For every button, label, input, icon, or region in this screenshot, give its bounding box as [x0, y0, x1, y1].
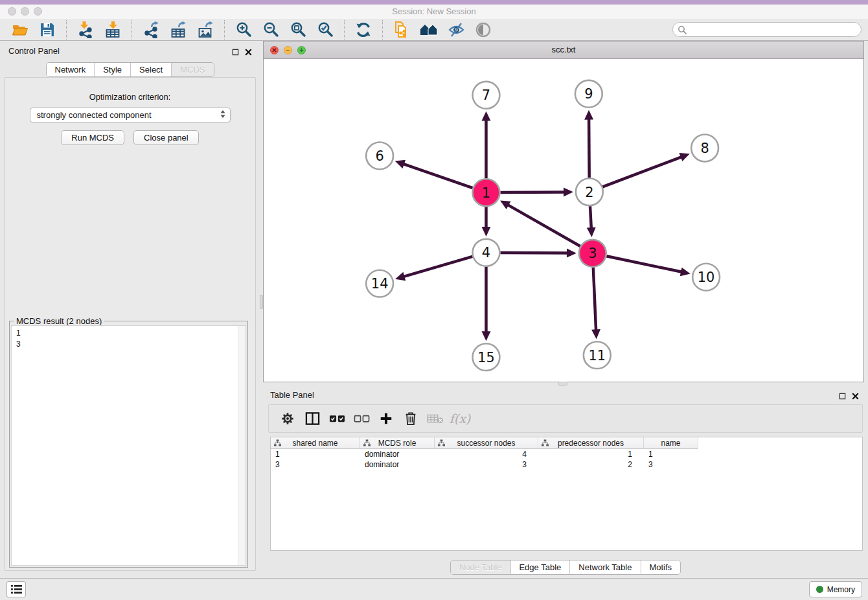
column-header-successor-nodes[interactable]: successor nodes: [435, 437, 538, 449]
edge-4-14[interactable]: [403, 257, 473, 277]
float-panel-icon[interactable]: [839, 391, 846, 402]
node-label-11: 11: [588, 348, 606, 363]
tab-mcds[interactable]: MCDS: [171, 63, 213, 76]
node-label-15: 15: [477, 350, 495, 365]
network-document-icon[interactable]: [392, 20, 411, 40]
search-input[interactable]: [690, 25, 861, 34]
mcds-panel: Optimization criterion: strongly connect…: [4, 77, 256, 571]
node-label-8: 8: [700, 141, 709, 156]
list-icon: [10, 584, 23, 594]
zoom-selected-icon[interactable]: [315, 20, 335, 40]
close-panel-icon[interactable]: [245, 47, 252, 58]
column-header-predecessor-nodes[interactable]: predecessor nodes: [538, 437, 644, 449]
toolbar-separator: [131, 20, 132, 40]
tab-edge-table[interactable]: Edge Table: [510, 560, 569, 574]
network-view-window: ✕ − + scc.txt 7968124314101511: [263, 41, 864, 382]
add-icon[interactable]: [375, 408, 397, 429]
edge-arrowhead: [584, 110, 593, 120]
network-window-titlebar[interactable]: ✕ − + scc.txt: [264, 41, 863, 59]
export-image-icon[interactable]: [196, 20, 215, 40]
edge-3-1[interactable]: [507, 204, 580, 246]
optimization-criterion-label: Optimization criterion:: [5, 92, 255, 102]
edge-2-8[interactable]: [602, 157, 682, 187]
table-panel-title: Table Panel: [270, 390, 314, 400]
tab-network[interactable]: Network: [46, 63, 94, 76]
edge-1-6[interactable]: [402, 163, 473, 188]
tab-style[interactable]: Style: [94, 63, 130, 76]
edge-arrowhead: [482, 227, 491, 237]
tab-select[interactable]: Select: [130, 63, 171, 76]
column-header-mcds-role[interactable]: MCDS role: [360, 437, 435, 449]
column-header-name[interactable]: name: [644, 437, 698, 449]
mcds-result-item: 1: [12, 326, 246, 339]
table-cell: 3: [644, 459, 698, 470]
edge-arrowhead: [567, 249, 577, 258]
column-header-shared-name[interactable]: shared name: [271, 437, 360, 449]
tab-network-table[interactable]: Network Table: [569, 560, 640, 574]
edge-arrowhead: [482, 111, 491, 121]
table-row[interactable]: 1dominator411: [271, 449, 862, 459]
open-file-icon[interactable]: [10, 20, 30, 40]
edge-3-10[interactable]: [606, 256, 683, 272]
close-panel-icon[interactable]: [852, 391, 859, 402]
search-box[interactable]: [672, 22, 862, 37]
tab-motifs[interactable]: Motifs: [640, 560, 680, 574]
titlebar: Session: New Session: [0, 5, 868, 19]
tab-node-table[interactable]: Node Table: [451, 560, 510, 574]
export-table-icon[interactable]: [168, 20, 188, 40]
edge-1-2[interactable]: [500, 192, 565, 192]
task-history-button[interactable]: [6, 581, 26, 597]
edge-2-3[interactable]: [590, 206, 591, 229]
node-label-14: 14: [371, 276, 389, 292]
optimization-dropdown[interactable]: strongly connected component: [30, 108, 231, 122]
result-scrollbar[interactable]: [238, 326, 246, 565]
mcds-result-list[interactable]: 13: [11, 325, 246, 566]
zoom-fit-icon[interactable]: [288, 20, 308, 40]
control-panel-tabs: NetworkStyleSelectMCDS: [45, 62, 214, 77]
toolbar-separator: [224, 20, 225, 40]
mcds-result-title: MCDS result (2 nodes): [14, 316, 104, 326]
table-cell: 1: [271, 449, 360, 459]
node-label-9: 9: [584, 86, 593, 102]
memory-button[interactable]: Memory: [809, 581, 862, 597]
delete-icon[interactable]: [400, 408, 422, 429]
import-network-icon[interactable]: [76, 20, 95, 40]
save-session-icon[interactable]: [38, 20, 57, 40]
table-cell: 1: [538, 449, 644, 459]
import-table-icon[interactable]: [103, 20, 122, 40]
mcds-result-item: 3: [12, 339, 246, 350]
horizontal-splitter-grip[interactable]: [558, 382, 567, 386]
birdseye-view-icon[interactable]: [474, 20, 493, 40]
edge-3-11[interactable]: [593, 268, 596, 332]
zoom-out-icon[interactable]: [261, 20, 280, 40]
split-view-icon[interactable]: [301, 408, 323, 429]
function-builder-icon[interactable]: f(x): [449, 408, 471, 429]
apply-layout-icon[interactable]: [354, 20, 373, 40]
window-title: Session: New Session: [0, 6, 868, 16]
gear-icon[interactable]: [277, 408, 299, 429]
zoom-in-icon[interactable]: [234, 20, 253, 40]
toolbar-separator: [382, 20, 383, 40]
home-icon[interactable]: [419, 20, 439, 40]
node-table: shared nameMCDS rolesuccessor nodesprede…: [270, 437, 863, 551]
hide-details-icon[interactable]: [446, 20, 466, 40]
table-panel: Table Panel: [263, 386, 868, 577]
float-panel-icon[interactable]: [232, 47, 239, 58]
edge-4-3[interactable]: [500, 253, 569, 253]
edge-arrowhead: [395, 272, 405, 281]
table-row[interactable]: 3dominator323: [271, 459, 862, 470]
export-network-icon[interactable]: [141, 20, 161, 40]
node-label-1: 1: [482, 185, 490, 201]
network-canvas[interactable]: 7968124314101511: [264, 59, 863, 382]
table-cell: dominator: [360, 449, 435, 459]
close-panel-button[interactable]: Close panel: [133, 130, 199, 145]
main-toolbar: [0, 19, 868, 41]
node-label-3: 3: [588, 246, 597, 261]
deselect-all-icon[interactable]: [350, 408, 372, 429]
node-label-2: 2: [585, 185, 593, 200]
select-all-icon[interactable]: [326, 408, 348, 429]
run-mcds-button[interactable]: Run MCDS: [61, 130, 124, 145]
edge-2-9[interactable]: [589, 118, 589, 178]
edge-arrowhead: [680, 268, 691, 277]
delete-table-icon[interactable]: [424, 408, 446, 429]
